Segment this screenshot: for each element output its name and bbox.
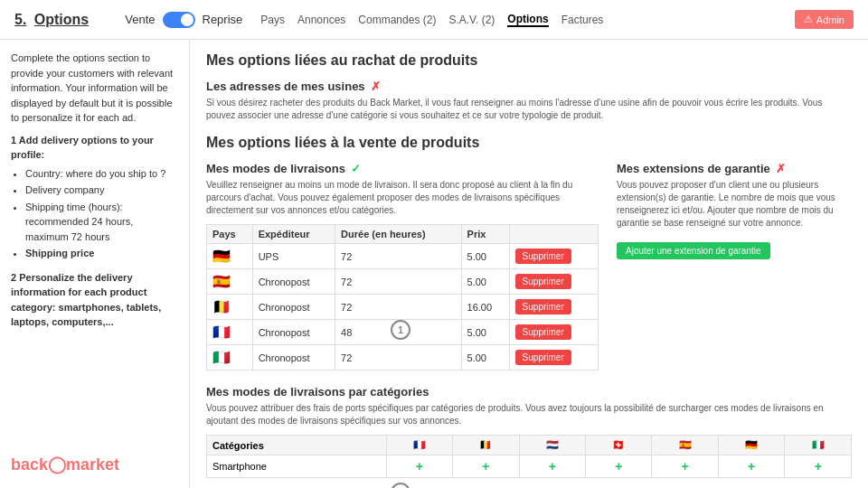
flag-cell: 🇫🇷 (207, 320, 253, 345)
table-row: 🇪🇸 Chronopost 72 5.00 Supprimer (207, 269, 599, 295)
vente-reprise-toggle[interactable]: Vente Reprise (125, 12, 242, 28)
cat-table-body: Smartphone + + + + + + + (207, 455, 852, 478)
step2-label: 2 Personalize the delivery information f… (11, 270, 178, 330)
step1-item-3: Shipping time (hours): recommended 24 ho… (25, 200, 178, 245)
cat-col-de: 🇩🇪 (718, 436, 784, 455)
price-cell: 5.00 (461, 345, 509, 371)
step1-item-4: Shipping price (25, 246, 178, 261)
cat-col-name: Catégories (207, 436, 387, 455)
guarantee-col: Mes extensions de garantie ✗ Vous pouvez… (617, 162, 852, 376)
add-guarantee-button[interactable]: Ajouter une extension de garantie (617, 242, 770, 259)
price-cell: 5.00 (461, 269, 509, 295)
logo: back◯market (11, 455, 119, 474)
delivery-modes-title: Mes modes de livraisons ✓ (206, 162, 599, 175)
factories-x-icon: ✗ (371, 80, 381, 93)
factories-text: Si vous désirez racheter des produits du… (206, 97, 852, 122)
warning-icon: ⚠ (804, 14, 813, 25)
nav-factures[interactable]: Factures (561, 14, 604, 26)
main-content: Mes options liées au rachat de produits … (190, 40, 868, 488)
col-duree: Durée (en heures) (335, 225, 461, 244)
step1-item-1: Country: where do you ship to ? (25, 166, 178, 182)
flag-cell: 🇮🇹 (207, 345, 253, 371)
nav-options[interactable]: Options (507, 13, 548, 27)
add-de-button[interactable]: + (748, 459, 755, 474)
admin-button[interactable]: ⚠ Admin (795, 10, 854, 29)
cat-nl-cell[interactable]: + (519, 455, 585, 478)
step1-item-2: Delivery company (25, 183, 178, 198)
add-nl-button[interactable]: + (549, 459, 556, 474)
page-title: 5. Options (14, 12, 89, 28)
action-cell[interactable]: Supprimer (509, 244, 598, 269)
guarantee-x-icon: ✗ (776, 162, 786, 175)
cat-row-smartphone: Smartphone + + + + + + + (207, 455, 852, 478)
cat-it-cell[interactable]: + (785, 455, 852, 478)
cat-es-cell[interactable]: + (652, 455, 718, 478)
delete-button[interactable]: Supprimer (515, 249, 571, 264)
cat-col-es: 🇪🇸 (652, 436, 718, 455)
factories-title: Les adresses de mes usines ✗ (206, 80, 852, 93)
top-nav: 5. Options Vente Reprise Pays Annonces C… (0, 0, 868, 40)
nav-annonces[interactable]: Annonces (297, 14, 345, 26)
step1-list: Country: where do you ship to ? Delivery… (11, 166, 178, 261)
table-header-row: Pays Expéditeur Durée (en heures) Prix (207, 225, 599, 244)
duration-cell: 72 (335, 244, 461, 269)
nav-commandes[interactable]: Commandes (2) (358, 14, 436, 26)
guarantee-text: Vous pouvez proposer d'un client une ou … (617, 179, 852, 230)
cat-col-ch: 🇨🇭 (585, 436, 651, 455)
action-cell[interactable]: Supprimer (509, 320, 598, 345)
col-action (509, 225, 598, 244)
price-cell: 5.00 (461, 244, 509, 269)
delete-button[interactable]: Supprimer (515, 274, 571, 289)
categories-section: Mes modes de livraisons par catégories V… (206, 385, 852, 478)
reprise-label: Reprise (203, 13, 243, 26)
cat-col-it: 🇮🇹 (785, 436, 852, 455)
guarantee-title: Mes extensions de garantie ✗ (617, 162, 852, 175)
nav-dashboard[interactable]: Pays (260, 14, 285, 26)
add-it-button[interactable]: + (815, 459, 822, 474)
cat-be-cell[interactable]: + (453, 455, 519, 478)
duration-cell: 72 (335, 269, 461, 295)
cat-name-cell: Smartphone (207, 455, 387, 478)
carrier-cell: Chronopost (252, 345, 335, 371)
cat-ch-cell[interactable]: + (585, 455, 651, 478)
carrier-cell: UPS (252, 244, 335, 269)
toggle-switch[interactable] (163, 12, 195, 28)
col-prix: Prix (461, 225, 509, 244)
delete-button[interactable]: Supprimer (515, 299, 571, 314)
delivery-table: Pays Expéditeur Durée (en heures) Prix 🇩… (206, 224, 599, 371)
flag-cell: 🇪🇸 (207, 269, 253, 295)
sidebar-step2: 2 Personalize the delivery information f… (11, 270, 178, 330)
action-cell[interactable]: Supprimer (509, 269, 598, 295)
categories-title: Mes modes de livraisons par catégories (206, 385, 852, 399)
categories-sub: Vous pouvez attribuer des frais de ports… (206, 402, 852, 427)
add-be-button[interactable]: + (482, 459, 489, 474)
action-cell[interactable]: Supprimer (509, 345, 598, 371)
purchase-section-title: Mes options liées au rachat de produits (206, 52, 852, 69)
add-es-button[interactable]: + (682, 459, 689, 474)
action-cell[interactable]: Supprimer (509, 295, 598, 320)
sale-section-title: Mes options liées à la vente de produits (206, 135, 852, 151)
delete-button[interactable]: Supprimer (515, 350, 571, 365)
step1-label: 1 Add delivery options to your profile: (11, 133, 178, 163)
carrier-cell: Chronopost (252, 295, 335, 320)
circle-indicator-2: 2 (391, 483, 410, 488)
nav-sav[interactable]: S.A.V. (2) (448, 14, 495, 26)
cat-col-be: 🇧🇪 (453, 436, 519, 455)
delivery-check-icon: ✓ (351, 162, 361, 175)
nav-links: Pays Annonces Commandes (2) S.A.V. (2) O… (260, 13, 795, 27)
col-expediteur: Expéditeur (252, 225, 335, 244)
add-fr-button[interactable]: + (416, 459, 423, 474)
flag-cell: 🇩🇪 (207, 244, 253, 269)
cat-col-fr: 🇫🇷 (386, 436, 452, 455)
two-column-layout: Mes modes de livraisons ✓ Veuillez rense… (206, 162, 852, 376)
categories-table: Catégories 🇫🇷 🇧🇪 🇳🇱 🇨🇭 🇪🇸 🇩🇪 🇮🇹 Smartpho… (206, 435, 852, 478)
cat-fr-cell[interactable]: + (386, 455, 452, 478)
cat-header-row: Catégories 🇫🇷 🇧🇪 🇳🇱 🇨🇭 🇪🇸 🇩🇪 🇮🇹 (207, 436, 852, 455)
cat-de-cell[interactable]: + (718, 455, 784, 478)
table-row: 🇧🇪 Chronopost 72 16.00 Supprimer (207, 295, 599, 320)
delivery-modes-col: Mes modes de livraisons ✓ Veuillez rense… (206, 162, 599, 376)
add-ch-button[interactable]: + (615, 459, 622, 474)
col-pays: Pays (207, 225, 253, 244)
delete-button[interactable]: Supprimer (515, 324, 571, 340)
cat-col-nl: 🇳🇱 (519, 436, 585, 455)
